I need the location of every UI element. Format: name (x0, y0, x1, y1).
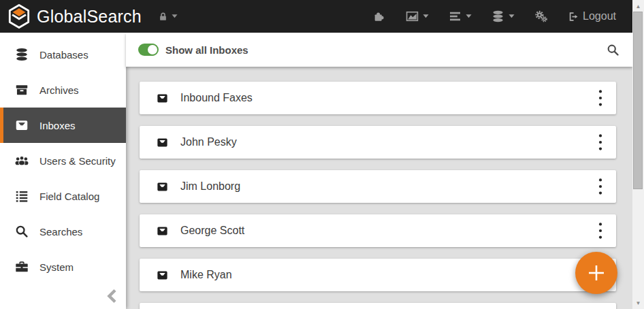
archive-icon (14, 82, 29, 97)
inbox-name: George Scott (180, 225, 244, 237)
sidebar-item-system[interactable]: System (0, 249, 126, 284)
sidebar-item-label: System (39, 261, 74, 273)
sidebar-item-label: Archives (39, 84, 79, 96)
inbox-options-button[interactable] (592, 132, 609, 152)
sidebar-item-searches[interactable]: Searches (0, 214, 126, 249)
inbox-options-button[interactable] (592, 221, 609, 241)
inbox-name: Mike Ryan (180, 269, 232, 281)
kebab-menu-icon (598, 178, 602, 195)
sidebar-item-inboxes[interactable]: Inboxes (0, 108, 126, 143)
logout-label: Logout (583, 10, 616, 22)
show-all-inboxes-toggle[interactable] (138, 44, 158, 56)
area-chart-icon (405, 10, 419, 23)
database-icon (14, 47, 29, 62)
globalsearch-logo-icon (7, 3, 31, 29)
globalsearch-app: GlobalSearch Logout Databa (0, 0, 644, 309)
kebab-menu-icon (598, 133, 602, 151)
sidebar-item-users-security[interactable]: Users & Security (0, 143, 126, 178)
sidebar-nav: Databases Archives Inboxes Users & Secur… (0, 33, 126, 309)
header-actions: Logout (372, 10, 632, 23)
inbox-list: Inbound Faxes John Pesky Jim Lonborg Geo… (126, 67, 632, 309)
sidebar-item-label: Field Catalog (39, 191, 99, 202)
list-bars-icon (448, 10, 462, 23)
inbox-icon (156, 269, 169, 282)
app-title: GlobalSearch (37, 8, 142, 25)
sidebar-item-field-catalog[interactable]: Field Catalog (0, 178, 126, 214)
inbox-options-button[interactable] (592, 176, 609, 197)
search-icon (14, 224, 29, 239)
chevron-down-icon (466, 14, 472, 18)
database-icon (491, 10, 505, 23)
inbox-name: John Pesky (180, 136, 237, 148)
sidebar-item-databases[interactable]: Databases (0, 37, 126, 72)
users-icon (14, 153, 29, 168)
lock-menu[interactable] (158, 11, 178, 22)
inbox-toolbar: Show all Inboxes (126, 33, 632, 67)
inbox-name: Jim Lonborg (180, 180, 240, 193)
scrollbar-down-arrow[interactable]: ▼ (632, 297, 644, 308)
inbox-card[interactable]: Mike Ryan (140, 259, 616, 291)
brand: GlobalSearch (0, 3, 178, 29)
header-database-button[interactable] (491, 10, 515, 23)
chevron-down-icon (509, 14, 515, 18)
toggle-knob (146, 44, 159, 56)
briefcase-icon (14, 259, 29, 274)
puzzle-icon (372, 10, 386, 23)
logout-button[interactable]: Logout (567, 10, 616, 22)
plus-icon (586, 263, 607, 283)
header-cogs-button[interactable] (534, 10, 548, 23)
scrollbar-thumb[interactable] (633, 12, 643, 189)
search-icon[interactable] (606, 43, 620, 57)
inbox-card[interactable]: Inbound Faxes (140, 82, 616, 114)
inbox-name: Inbound Faxes (180, 92, 253, 104)
sidebar-item-label: Searches (39, 226, 82, 238)
field-list-icon (14, 189, 29, 204)
inbox-card[interactable]: George Scott (140, 214, 616, 247)
header-list-bars-button[interactable] (448, 10, 472, 23)
sidebar-item-label: Databases (39, 49, 88, 61)
inbox-options-button[interactable] (592, 88, 609, 108)
inbox-card[interactable]: John Pesky (140, 126, 616, 159)
inbox-icon (156, 225, 169, 238)
top-header-bar: GlobalSearch Logout (0, 0, 632, 33)
scrollbar-up-arrow[interactable]: ▲ (632, 1, 644, 12)
inbox-card-partial[interactable] (140, 303, 616, 309)
sidebar-collapse-button[interactable] (106, 289, 118, 304)
chevron-down-icon (423, 14, 429, 18)
cogs-icon (534, 10, 548, 23)
inbox-icon (156, 136, 169, 149)
sidebar-item-archives[interactable]: Archives (0, 72, 126, 108)
sidebar-item-label: Inboxes (39, 120, 76, 131)
header-puzzle-button[interactable] (372, 10, 386, 23)
lock-icon (158, 11, 168, 22)
inbox-card[interactable]: Jim Lonborg (140, 170, 616, 203)
chevron-down-icon (172, 14, 178, 18)
kebab-menu-icon (598, 222, 602, 240)
header-area-chart-button[interactable] (405, 10, 429, 23)
inbox-icon (14, 118, 29, 133)
logout-icon (567, 11, 579, 22)
inbox-icon (156, 92, 169, 105)
show-all-inboxes-label: Show all Inboxes (165, 44, 248, 56)
vertical-scrollbar: ▲ ▼ (632, 0, 644, 309)
sidebar-item-label: Users & Security (39, 155, 116, 167)
add-inbox-button[interactable] (575, 252, 617, 294)
inbox-icon (156, 180, 169, 193)
kebab-menu-icon (598, 89, 602, 107)
